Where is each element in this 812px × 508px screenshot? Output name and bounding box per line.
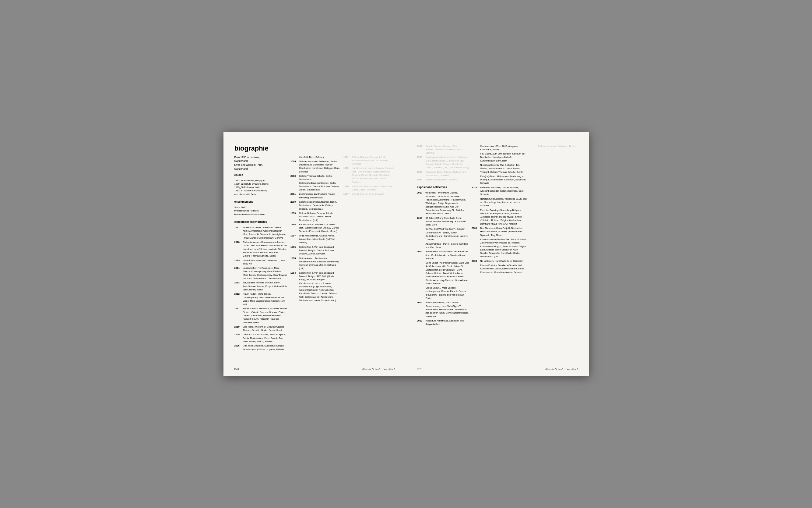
entry-desc: Kornfeld, Bern, Schweiz bbox=[299, 156, 340, 159]
etude-1: 1992_98 Bruxelles, Belgique bbox=[234, 179, 287, 182]
entry-desc: Instant Phenomenon - Offsite NYC, New Yo… bbox=[243, 259, 287, 266]
entry-year bbox=[472, 163, 480, 174]
entry-year: 2014 bbox=[234, 266, 243, 280]
entry-year: 1988 bbox=[417, 170, 426, 177]
left-col3: 1991 Galerie Bob van Orsouw, Zürich, Sch… bbox=[343, 156, 395, 355]
entry-desc: Galerie Bob van Orsouw, Zürich, Schweiz … bbox=[352, 156, 395, 166]
entry-desc: Kunstmuseum Solothurn, Schweiz (cat.) Ga… bbox=[299, 223, 340, 233]
right-columns: 1991 Galerie Bob van Orsouw, Zürich, Sch… bbox=[417, 144, 578, 355]
entry-year: 2016 bbox=[417, 216, 426, 227]
entry-year: 1998 bbox=[290, 223, 299, 233]
entry-year: 1987 bbox=[417, 178, 426, 181]
collectives-entries-col3-faded: Galerie Jesco von Puttkamer Berlin... bbox=[529, 144, 578, 148]
list-item: 1991 Galerie Bob van Orsouw, Zürich, Sch… bbox=[417, 144, 470, 155]
entry-desc: Das noch Mögliche, Kunsthaus Aargau, Sch… bbox=[243, 344, 287, 351]
entry-year: 1999 bbox=[290, 211, 299, 222]
list-item: About Painting - Part I - Galerie Kornfe… bbox=[417, 242, 470, 249]
list-item: Feu Sacré, Zum 200-jährigen Jubiläum der… bbox=[472, 152, 527, 162]
entry-desc: Kunstvereins 1991 - 2013, Aargauer Kunst… bbox=[480, 144, 527, 152]
bio-line4: Switzerland bbox=[234, 167, 287, 171]
entry-desc: Free the Drawings,Sammlung Bellpark, Mus… bbox=[480, 208, 527, 225]
entry-year bbox=[472, 175, 480, 185]
entry-desc: Frauen Porträts, Overbeck-Gesellschaft, … bbox=[480, 264, 527, 274]
entry-year: 2009 bbox=[472, 226, 480, 237]
entry-desc: Do You Get What You See? - Grieder Conte… bbox=[426, 227, 470, 241]
individuelles-entries-col2: Kornfeld, Bern, Schweiz 2005 Galerie Jes… bbox=[290, 156, 340, 302]
entry-desc: 30 Jahre Stiftung Kunsthalle Bern - Werk… bbox=[426, 216, 470, 227]
right-col1: 1991 Galerie Bob van Orsouw, Zürich, Sch… bbox=[417, 144, 472, 355]
etudes-title: études bbox=[234, 173, 287, 176]
list-item: 2014 Primary Elements, Marc Jancou Conte… bbox=[417, 301, 470, 318]
entry-desc: Kunst fürs Kunsthaus, Editionen des Aarg… bbox=[426, 319, 470, 326]
left-page-content: biographie Born 1958 in Lucerne, Switzer… bbox=[234, 144, 395, 355]
entry-desc: in de Achterruimte, Galerie Akinci, Amst… bbox=[299, 234, 340, 244]
entry-desc: Das Nietzsche-Haus-Projekt, Nietzsche-Ha… bbox=[480, 226, 527, 237]
entry-year bbox=[472, 264, 480, 274]
entry-year: 2010 bbox=[472, 186, 480, 196]
list-item: 2015 Instant Phenomenon - Offsite NYC, N… bbox=[234, 259, 287, 266]
entry-year bbox=[472, 238, 480, 258]
entry-year: 2005 bbox=[290, 160, 299, 173]
entry-desc: Referenzund Neigung, Kunst des 21.Jh. au… bbox=[480, 197, 527, 208]
entry-year: 1996 bbox=[290, 245, 299, 256]
entry-year: 2009 bbox=[234, 333, 243, 343]
entry-year: 1991 bbox=[343, 156, 352, 166]
entry-year bbox=[472, 144, 480, 152]
entry-desc: Galerie Thomas Schulte, Berlin, Deutschl… bbox=[299, 174, 340, 192]
left-columns: Born 1958 in Lucerne, Switzerland Lives … bbox=[234, 156, 395, 355]
entry-year: 2012 bbox=[234, 292, 243, 306]
entry-year: 2017 bbox=[234, 226, 243, 240]
list-item: Group Show ... Marc Jancou contemporary,… bbox=[417, 286, 470, 300]
collectives-entries-col1: 2017 welt offen – Pforzheim Galerie, Pfo… bbox=[417, 191, 470, 326]
enseignement-title: enseignement bbox=[234, 200, 287, 203]
list-item: 1987 Berner Galerie, Bern, Schweiz bbox=[417, 178, 470, 181]
list-item: 2016 30 Jahre Stiftung Kunsthalle Bern -… bbox=[417, 216, 470, 227]
ens-1: Since 2005 bbox=[234, 206, 287, 209]
left-footer-title: Albrecht Schnider [sans titre] bbox=[362, 368, 394, 371]
entry-year bbox=[529, 144, 538, 148]
list-item: 2009 Das Nietzsche-Haus-Projekt, Nietzsc… bbox=[472, 226, 527, 237]
entry-year: 2014 bbox=[417, 301, 426, 318]
entry-year: 2013 bbox=[234, 281, 243, 291]
list-item: 2010 Balthasar Burkhard, Václav Pozdrek,… bbox=[472, 186, 527, 196]
list-item: Free the Drawings,Sammlung Bellpark, Mus… bbox=[472, 208, 527, 225]
entry-year: 2008 bbox=[472, 259, 480, 263]
list-item: 2010 Villa Flora, Winterthur, Schweiz Ga… bbox=[234, 325, 287, 332]
left-page-number: [56] bbox=[234, 368, 239, 371]
entry-year bbox=[472, 197, 480, 208]
page-left: biographie Born 1958 in Lucerne, Switzer… bbox=[224, 132, 406, 376]
list-item: 2016 Collectionneurs - Kunstmuseum Luzer… bbox=[234, 241, 287, 257]
list-item: 2017 Albrecht Schnider -Peintures Galeri… bbox=[234, 226, 287, 240]
list-item: 2005 Galerie Jesco von Puttkamer, Berlin… bbox=[290, 160, 340, 173]
entry-year: 2001 bbox=[290, 192, 299, 199]
list-item: Frauen Porträts, Overbeck-Gesellschaft, … bbox=[472, 264, 527, 274]
left-page-footer: [56] Albrecht Schnider [sans titre] bbox=[224, 368, 406, 371]
etude-3: 1989_90 Follonica, Italie bbox=[234, 185, 287, 189]
entry-year: 1988 bbox=[343, 185, 352, 192]
entry-desc: Berner Galerie, Bern, Schweiz bbox=[352, 192, 395, 196]
individuelles-entries-col3-faded: 1991 Galerie Bob van Orsouw, Zürich, Sch… bbox=[343, 156, 395, 196]
list-item: 1989 Kunstmuseum Luzern, Luzern, Schweiz… bbox=[417, 156, 470, 169]
list-item: 2012 Raum Falten, Marc Jancou Contempora… bbox=[234, 292, 287, 306]
right-page-number: [57] bbox=[417, 368, 422, 371]
list-item: Kornfeld, Bern, Schweiz bbox=[290, 156, 340, 159]
entry-year: 1991 bbox=[417, 144, 426, 155]
list-item: Kunstvereins 1991 - 2013, Aargauer Kunst… bbox=[472, 144, 527, 152]
entry-year: 2016 bbox=[234, 241, 243, 257]
entry-desc: No Leftovers, Kunsthalle Bern, Ostereich bbox=[480, 259, 527, 263]
bio-line1: Born 1958 in Lucerne, bbox=[234, 156, 287, 159]
list-item: Pas-(de)-Deux: Malerie und Zeichnung im … bbox=[472, 175, 527, 185]
entry-year: 2006 bbox=[234, 344, 243, 351]
list-item: Galerie Jesco von Puttkamer Berlin... bbox=[529, 144, 578, 148]
right-col3: Galerie Jesco von Puttkamer Berlin... bbox=[529, 144, 578, 355]
bio-title: biographie bbox=[234, 144, 395, 153]
right-page-footer: [57] Albrecht Schnider [sans titre] bbox=[406, 368, 589, 371]
list-item: 1998 Kunstmuseum Solothurn, Schweiz (cat… bbox=[290, 223, 340, 233]
entry-desc: Weltsichten. Landschaft in der Kunst sei… bbox=[426, 250, 470, 260]
etudes-entries: 1992_98 Bruxelles, Belgique 1990_92 Isti… bbox=[234, 179, 287, 196]
entry-year bbox=[417, 261, 426, 285]
entry-desc: Galerie griedervonputtkamer, Berlin, Deu… bbox=[299, 200, 340, 211]
list-item: 1997 in de Achterruimte, Galerie Akinci,… bbox=[290, 234, 340, 244]
entry-year: 2017 bbox=[417, 191, 426, 215]
left-col2: Kornfeld, Bern, Schweiz 2005 Galerie Jes… bbox=[290, 156, 343, 355]
